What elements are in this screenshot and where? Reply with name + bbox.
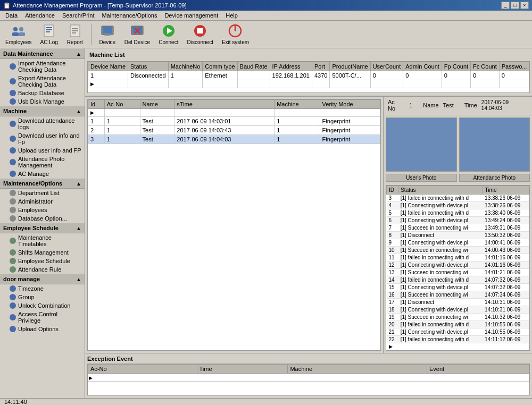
group-bullet — [10, 294, 16, 300]
sidebar-item-timezone[interactable]: Timezone — [0, 284, 85, 293]
attendance-log-row[interactable]: 11Test2017-06-09 14:03:011Fingerprint — [88, 117, 380, 126]
svg-rect-5 — [46, 27, 52, 28]
attendance-cell-1: 1 — [104, 117, 140, 126]
sidebar-item-upload-options[interactable]: Upload Options — [0, 325, 85, 333]
backup-database-label: Backup Database — [18, 90, 64, 96]
status-log-row: 13[1] Succeed in connecting wi14:01:21 0… — [387, 269, 529, 276]
sidebar-item-access-control[interactable]: Access Control Privilege — [0, 310, 85, 325]
status-status-cell: [1] Succeed in connecting wi — [398, 247, 483, 254]
exit-system-button[interactable]: Exit system — [220, 22, 251, 46]
device-button[interactable]: Device — [97, 22, 118, 46]
att-marker-empty-3 — [174, 109, 275, 117]
attendance-cell-2: Test — [140, 117, 174, 126]
sidebar-item-attendance-rule[interactable]: Attendance Rule — [0, 265, 85, 274]
maximize-button[interactable]: □ — [511, 2, 519, 9]
shifts-management-label: Shifts Management — [18, 249, 69, 256]
sidebar-item-employee-schedule[interactable]: Employee Schedule — [0, 257, 85, 265]
attendance-log-panel: Id Ac-No Name sTime Machine Verity Mode — [85, 97, 383, 353]
svg-rect-1 — [12, 32, 19, 36]
col-fp-count: Fp Count — [442, 62, 470, 71]
attendance-log-table-container[interactable]: Id Ac-No Name sTime Machine Verity Mode — [87, 99, 381, 351]
status-id-cell: 13 — [387, 269, 398, 276]
ac-log-button[interactable]: AC Log — [38, 22, 60, 46]
employees-label: Employees — [5, 39, 31, 45]
minimize-button[interactable]: _ — [501, 2, 510, 9]
employees-button[interactable]: Employees — [3, 22, 34, 46]
sidebar-item-employees-maintenance[interactable]: Employees — [0, 206, 85, 214]
attendance-log-row[interactable]: 21Test2017-06-09 14:03:431Fingerprint — [88, 126, 380, 135]
sidebar-item-download-logs[interactable]: Download attendance logs — [0, 116, 85, 131]
status-log-row: 16[1] Succeed in connecting wi14:07:34 0… — [387, 291, 529, 299]
status-time-cell: 14:10:31 06-09 — [483, 306, 529, 314]
sidebar-header-machine[interactable]: Machine ▲ — [0, 106, 85, 116]
status-status-cell: [1] failed in connecting with d — [398, 254, 483, 261]
sidebar-header-data-maintenance[interactable]: Data Maintenance ▲ — [0, 48, 85, 59]
sidebar-header-employee-schedule[interactable]: Employee Schedule ▲ — [0, 223, 85, 233]
machine-marker-empty-13 — [529, 80, 530, 88]
exception-event-table-container[interactable]: Ac-No Time Machine Event ▶ — [87, 364, 530, 395]
sidebar-item-ac-manage[interactable]: AC Manage — [0, 170, 85, 178]
collapse-icon-data-maintenance: ▲ — [76, 51, 81, 57]
status-id-cell: 12 — [387, 261, 398, 269]
sidebar-item-group[interactable]: Group — [0, 293, 85, 301]
machine-list-row[interactable]: 1Disconnected1Ethernet192.168.1.20143705… — [88, 71, 530, 80]
download-logs-bullet — [10, 121, 16, 127]
attendance-log-row[interactable]: 31Test2017-06-09 14:04:031Fingerprint — [88, 135, 380, 144]
status-id-cell: 7 — [387, 224, 398, 232]
sidebar-header-door-manage[interactable]: door manage ▲ — [0, 274, 85, 284]
sidebar-item-usb-disk[interactable]: Usb Disk Manage — [0, 97, 85, 106]
title-bar-icon: 📋 — [3, 2, 11, 9]
status-id-cell: 18 — [387, 306, 398, 314]
report-label: Report — [67, 39, 83, 45]
disconnect-button[interactable]: Disconnect — [185, 22, 215, 46]
sidebar-item-department-list[interactable]: Department List — [0, 189, 85, 197]
exception-event-table: Ac-No Time Machine Event ▶ — [88, 364, 529, 382]
import-attendance-label: Import Attendance Checking Data — [18, 60, 81, 73]
attendance-cell-1: 1 — [104, 126, 140, 135]
sidebar-item-database-option[interactable]: Database Option... — [0, 214, 85, 223]
menu-search-print[interactable]: Search/Print — [59, 12, 98, 19]
menu-attendance[interactable]: Attendance — [22, 12, 58, 19]
status-time-cell: 13:49:31 06-09 — [483, 224, 529, 232]
svg-rect-3 — [19, 32, 25, 36]
content-area: Machine List Device Name Status MachineN… — [85, 48, 532, 398]
sidebar-item-download-user[interactable]: Download user info and Fp — [0, 131, 85, 146]
sidebar-item-import-attendance[interactable]: Import Attendance Checking Data — [0, 59, 85, 74]
main-layout: Data Maintenance ▲ Import Attendance Che… — [0, 48, 532, 398]
ac-manage-label: AC Manage — [18, 171, 49, 177]
menu-device-management[interactable]: Device management — [161, 12, 221, 19]
status-bar: 14:11:40 — [0, 398, 532, 405]
upload-user-label: Upload user info and FP — [18, 147, 81, 154]
right-ac-no-value: 1 — [409, 102, 412, 108]
status-log-row: 20[1] failed in connecting with d14:10:5… — [387, 321, 529, 328]
sidebar-item-upload-user[interactable]: Upload user info and FP — [0, 146, 85, 155]
col-device-name: Device Name — [88, 62, 128, 71]
menu-maintenance-options[interactable]: Maintenance/Options — [98, 12, 160, 19]
status-time-cell: 14:11:12 06-09 — [483, 336, 529, 343]
close-button[interactable]: × — [520, 2, 529, 9]
sidebar-item-shifts-management[interactable]: Shifts Management — [0, 248, 85, 257]
menu-data[interactable]: Data — [2, 12, 21, 19]
status-marker-empty-2 — [483, 343, 529, 350]
sidebar-item-export-attendance[interactable]: Export Attendance Checking Data — [0, 74, 85, 89]
device-icon — [100, 23, 115, 38]
del-device-button[interactable]: Del Device — [122, 22, 152, 46]
menu-help[interactable]: Help — [222, 12, 241, 19]
report-button[interactable]: Report — [64, 22, 86, 46]
sidebar-item-maintenance-timetables[interactable]: Maintenance Timetables — [0, 233, 85, 248]
connect-button[interactable]: Connect — [156, 22, 180, 46]
sidebar-item-backup-database[interactable]: Backup Database — [0, 89, 85, 97]
exit-system-label: Exit system — [222, 39, 249, 45]
ex-col-machine: Machine — [288, 365, 427, 374]
status-log-container[interactable]: ID Status Time 3[1] failed in connecting… — [386, 185, 530, 351]
sidebar-item-attendance-photo[interactable]: Attendance Photo Management — [0, 155, 85, 170]
ac-log-icon — [41, 23, 56, 38]
sidebar-header-maintenance[interactable]: Maintenance/Options ▲ — [0, 178, 85, 189]
status-status-cell: [1] failed in connecting with d — [398, 209, 483, 217]
machine-list-table: Device Name Status MachineNo Comm type B… — [88, 62, 530, 88]
machine-list-table-container[interactable]: Device Name Status MachineNo Comm type B… — [87, 61, 530, 93]
unlock-combination-bullet — [10, 302, 16, 309]
sidebar-item-administrator[interactable]: Administrator — [0, 197, 85, 206]
title-bar-controls: _ □ × — [501, 2, 529, 9]
sidebar-item-unlock-combination[interactable]: Unlock Combination — [0, 301, 85, 310]
